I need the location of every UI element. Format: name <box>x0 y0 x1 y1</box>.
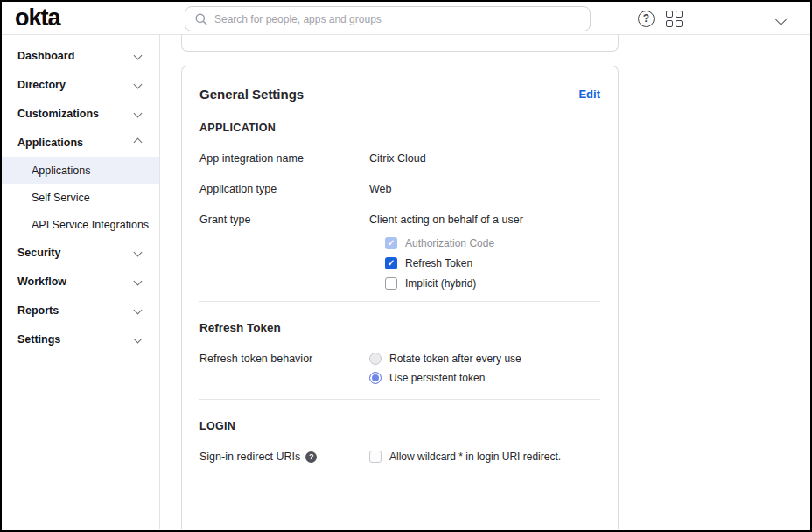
refresh-token-option[interactable]: ✓ Refresh Token <box>385 257 600 270</box>
sidebar-item-label: API Service Integrations <box>32 219 149 231</box>
sign-in-redirect-row: Sign-in redirect URIs ? Allow wildcard *… <box>200 451 600 463</box>
sidebar-item-label: Security <box>18 247 60 259</box>
chevron-down-icon <box>134 306 143 315</box>
help-tooltip-icon[interactable]: ? <box>305 452 317 463</box>
chevron-down-icon <box>134 248 143 257</box>
chevron-down-icon <box>134 335 143 344</box>
sidebar-item-label: Directory <box>18 79 66 91</box>
sidebar-subitem-api-service-integrations[interactable]: API Service Integrations <box>2 211 159 238</box>
global-search[interactable] <box>185 6 591 32</box>
sidebar-item-label: Applications <box>32 164 90 177</box>
search-icon <box>195 13 207 25</box>
search-input[interactable] <box>214 13 580 25</box>
card-header: General Settings Edit <box>200 87 600 102</box>
field-value: Citrix Cloud <box>369 152 600 164</box>
sidebar-item-label: Self Service <box>32 192 90 204</box>
refresh-token-behavior-row: Refresh token behavior Rotate token afte… <box>200 353 600 384</box>
application-section-heading: APPLICATION <box>200 122 600 134</box>
general-settings-card: General Settings Edit APPLICATION App in… <box>181 66 619 529</box>
sidebar-item-applications[interactable]: Applications <box>2 128 159 157</box>
previous-card-partial <box>181 35 619 52</box>
chevron-down-icon <box>134 52 143 60</box>
page-title: General Settings <box>200 87 304 102</box>
checkbox-checked-disabled-icon: ✓ <box>385 237 397 249</box>
sidebar-item-label: Settings <box>18 333 60 346</box>
chevron-up-icon <box>134 138 143 147</box>
application-type-row: Application type Web <box>200 183 600 195</box>
sidebar-item-settings[interactable]: Settings <box>2 325 159 354</box>
sidebar-item-workflow[interactable]: Workflow <box>2 267 159 296</box>
sidebar-item-label: Customizations <box>18 108 99 120</box>
login-section-heading: LOGIN <box>200 420 600 432</box>
allow-wildcard-option[interactable]: Allow wildcard * in login URI redirect. <box>369 451 600 463</box>
sidebar-item-customizations[interactable]: Customizations <box>2 99 159 128</box>
app-integration-name-row: App integration name Citrix Cloud <box>200 152 600 164</box>
chevron-down-icon <box>134 80 143 89</box>
checkbox-label: Allow wildcard * in login URI redirect. <box>389 451 561 463</box>
implicit-hybrid-option[interactable]: Implicit (hybrid) <box>385 277 600 290</box>
checkbox-label: Refresh Token <box>405 257 472 270</box>
field-label: Grant type <box>200 214 369 226</box>
sidebar-item-label: Workflow <box>18 276 66 288</box>
section-divider <box>200 399 600 400</box>
checkbox-label: Implicit (hybrid) <box>405 277 476 290</box>
sidebar-item-label: Dashboard <box>18 50 74 62</box>
grant-type-row: Grant type Client acting on behalf of a … <box>200 214 600 290</box>
sidebar-nav: Dashboard Directory Customizations Appli… <box>2 35 160 529</box>
sidebar-item-directory[interactable]: Directory <box>2 70 159 99</box>
edit-button[interactable]: Edit <box>578 88 600 101</box>
radio-unselected-icon[interactable] <box>369 353 382 365</box>
help-button[interactable]: ? <box>638 10 654 27</box>
app-switcher-button[interactable] <box>666 10 682 27</box>
sidebar-item-reports[interactable]: Reports <box>2 296 159 325</box>
use-persistent-token-option[interactable]: Use persistent token <box>369 372 600 384</box>
apps-grid-icon <box>666 10 682 27</box>
rotate-token-option[interactable]: Rotate token after every use <box>369 353 600 365</box>
checkbox-unchecked-icon[interactable] <box>369 451 382 463</box>
sidebar-item-label: Applications <box>18 136 83 149</box>
chevron-down-icon <box>134 109 143 118</box>
refresh-token-section-heading: Refresh Token <box>200 321 600 334</box>
grant-type-checkbox-list: ✓ Authorization Code ✓ Refresh Token Imp… <box>385 237 600 290</box>
authorization-code-option: ✓ Authorization Code <box>385 237 600 249</box>
radio-selected-icon[interactable] <box>369 372 382 384</box>
field-label: Sign-in redirect URIs <box>200 451 300 463</box>
sidebar-item-security[interactable]: Security <box>2 238 159 267</box>
sidebar-item-label: Reports <box>18 304 59 317</box>
chevron-down-icon <box>775 14 787 25</box>
sidebar-item-dashboard[interactable]: Dashboard <box>2 41 159 70</box>
checkbox-unchecked-icon[interactable] <box>385 277 397 290</box>
grant-type-group-label: Client acting on behalf of a user <box>369 214 600 226</box>
chevron-down-icon <box>134 277 143 286</box>
sidebar-subitem-self-service[interactable]: Self Service <box>2 184 159 211</box>
help-icon: ? <box>638 10 654 27</box>
checkbox-checked-icon[interactable]: ✓ <box>385 257 397 270</box>
okta-logo: okta <box>15 4 60 32</box>
field-value: Web <box>369 183 600 195</box>
refresh-token-radio-group: Rotate token after every use Use persist… <box>369 353 600 384</box>
user-menu-button[interactable] <box>777 13 785 26</box>
field-label: Application type <box>200 183 369 195</box>
field-label: Refresh token behavior <box>200 353 369 365</box>
main-content: General Settings Edit APPLICATION App in… <box>160 35 810 529</box>
section-divider <box>200 301 600 302</box>
radio-label: Use persistent token <box>389 372 485 384</box>
field-label: App integration name <box>200 152 369 164</box>
sidebar-subitem-applications[interactable]: Applications <box>2 157 159 184</box>
top-bar: okta ? <box>2 2 810 35</box>
radio-label: Rotate token after every use <box>389 353 522 365</box>
checkbox-label: Authorization Code <box>405 237 494 249</box>
